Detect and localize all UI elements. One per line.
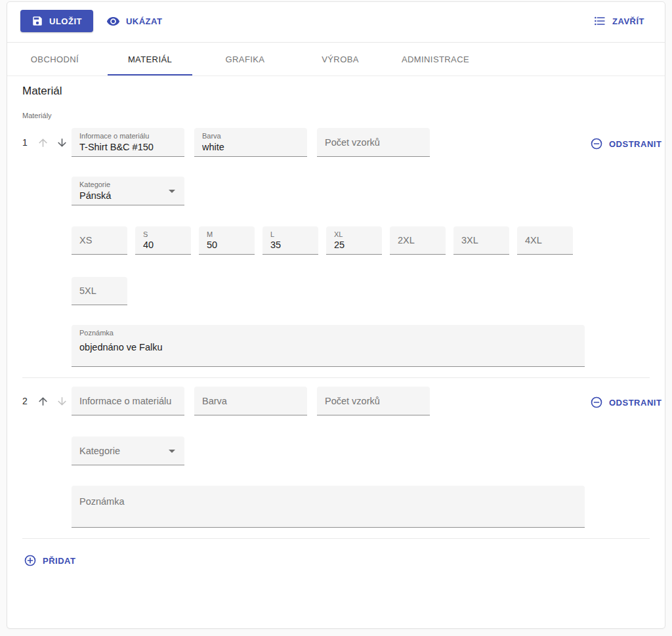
show-button[interactable]: UKÁZAT — [101, 10, 167, 32]
move-up-icon[interactable] — [35, 135, 51, 150]
minus-circle-icon — [590, 137, 603, 150]
save-button-label: ULOŽIT — [49, 16, 82, 26]
move-down-icon[interactable] — [54, 135, 70, 150]
size-4xl-field[interactable] — [517, 226, 573, 255]
note-input[interactable] — [79, 341, 577, 353]
row-number: 2 — [22, 396, 32, 406]
remove-button-1[interactable]: ODSTRANIT — [585, 133, 665, 155]
size-xs-field[interactable] — [72, 226, 127, 255]
size-l-field[interactable]: L — [262, 226, 318, 255]
material-row-1: 1 Informace o materiálu Barva — [22, 128, 650, 367]
note-input[interactable] — [79, 494, 577, 509]
category-label: Kategorie — [79, 180, 110, 188]
plus-circle-icon — [24, 554, 37, 567]
size-4xl-input[interactable] — [525, 226, 565, 254]
form-card: ULOŽIT UKÁZAT ZAVŘÍT OBCHODNÍ MATERIÁL G… — [7, 1, 665, 629]
samples-field[interactable] — [317, 128, 430, 157]
material-info-field[interactable] — [72, 387, 184, 415]
note-field[interactable] — [72, 486, 585, 528]
tab-bar: OBCHODNÍ MATERIÁL GRAFIKA VÝROBA ADMINIS… — [7, 43, 665, 76]
color-label: Barva — [202, 132, 221, 140]
save-button[interactable]: ULOŽIT — [20, 10, 93, 32]
tab-content: Materiál Materiály 1 Informace o materiá… — [7, 85, 665, 585]
size-2xl-input[interactable] — [398, 226, 438, 254]
size-l-input[interactable] — [270, 238, 310, 251]
remove-button-label: ODSTRANIT — [609, 139, 662, 149]
row-divider — [22, 377, 650, 378]
tab-label: ADMINISTRACE — [402, 54, 469, 64]
material-info-field[interactable]: Informace o materiálu — [72, 128, 184, 157]
material-row-2: 2 — [22, 387, 650, 528]
size-m-label: M — [207, 230, 213, 238]
category-value[interactable] — [79, 436, 165, 465]
size-5xl-input[interactable] — [79, 277, 119, 305]
size-s-label: S — [143, 230, 148, 238]
page-title: Materiál — [22, 85, 650, 98]
row-1-header: 1 — [22, 128, 72, 157]
remove-button-2[interactable]: ODSTRANIT — [585, 391, 665, 413]
tab-obchodni[interactable]: OBCHODNÍ — [7, 43, 102, 75]
size-m-field[interactable]: M — [199, 226, 255, 255]
chevron-down-icon — [164, 183, 180, 201]
material-info-label: Informace o materiálu — [79, 132, 149, 140]
eye-icon — [106, 14, 120, 28]
show-button-label: UKÁZAT — [126, 16, 162, 26]
color-field[interactable] — [194, 387, 307, 415]
tab-label: GRAFIKA — [226, 54, 265, 64]
row-1-fields: Informace o materiálu Barva Kategorie — [72, 128, 585, 367]
materials-list-label: Materiály — [22, 112, 650, 119]
tab-vyroba[interactable]: VÝROBA — [293, 43, 388, 75]
chevron-down-icon — [164, 443, 180, 461]
samples-field[interactable] — [317, 387, 430, 415]
row-number: 1 — [22, 137, 32, 148]
size-s-field[interactable]: S — [135, 226, 191, 255]
tab-label: VÝROBA — [322, 54, 359, 64]
tab-administrace[interactable]: ADMINISTRACE — [388, 43, 483, 75]
toolbar: ULOŽIT UKÁZAT ZAVŘÍT — [7, 2, 665, 42]
tab-material[interactable]: MATERIÁL — [102, 43, 198, 75]
move-down-icon[interactable] — [54, 394, 70, 409]
samples-input[interactable] — [325, 387, 422, 415]
minus-circle-icon — [590, 396, 603, 409]
size-2xl-field[interactable] — [390, 226, 446, 255]
note-field[interactable]: Poznámka — [72, 325, 585, 367]
material-info-input[interactable] — [79, 140, 177, 153]
close-button[interactable]: ZAVŘÍT — [588, 10, 650, 32]
remove-button-label: ODSTRANIT — [609, 398, 662, 408]
color-field[interactable]: Barva — [194, 128, 307, 157]
size-xl-label: XL — [334, 230, 343, 238]
move-up-icon[interactable] — [35, 394, 51, 409]
color-input[interactable] — [202, 140, 299, 153]
category-select[interactable] — [72, 436, 184, 465]
add-row: PŘIDAT — [22, 549, 650, 585]
save-icon — [32, 15, 43, 27]
size-m-input[interactable] — [207, 238, 247, 251]
size-3xl-field[interactable] — [453, 226, 509, 255]
size-3xl-input[interactable] — [461, 226, 501, 254]
material-info-input[interactable] — [79, 387, 177, 415]
size-xl-field[interactable]: XL — [326, 226, 382, 255]
size-5xl-field[interactable] — [72, 277, 127, 305]
row-2-fields — [72, 387, 585, 528]
list-icon — [593, 14, 606, 28]
size-l-label: L — [270, 230, 274, 238]
tab-label: MATERIÁL — [128, 54, 172, 64]
size-xl-input[interactable] — [334, 238, 374, 251]
add-button-label: PŘIDAT — [43, 556, 75, 566]
tab-label: OBCHODNÍ — [31, 54, 79, 64]
add-button[interactable]: PŘIDAT — [22, 549, 81, 572]
note-label: Poznámka — [79, 329, 114, 337]
category-select[interactable]: Kategorie — [72, 177, 184, 205]
category-value[interactable] — [79, 189, 165, 201]
row-2-header: 2 — [22, 387, 72, 415]
size-s-input[interactable] — [143, 238, 183, 251]
samples-input[interactable] — [325, 128, 422, 156]
size-xs-input[interactable] — [79, 226, 119, 254]
active-tab-indicator — [108, 74, 192, 75]
tab-grafika[interactable]: GRAFIKA — [198, 43, 293, 75]
close-button-label: ZAVŘÍT — [612, 16, 644, 26]
color-input[interactable] — [202, 387, 299, 415]
row-divider — [22, 538, 650, 539]
